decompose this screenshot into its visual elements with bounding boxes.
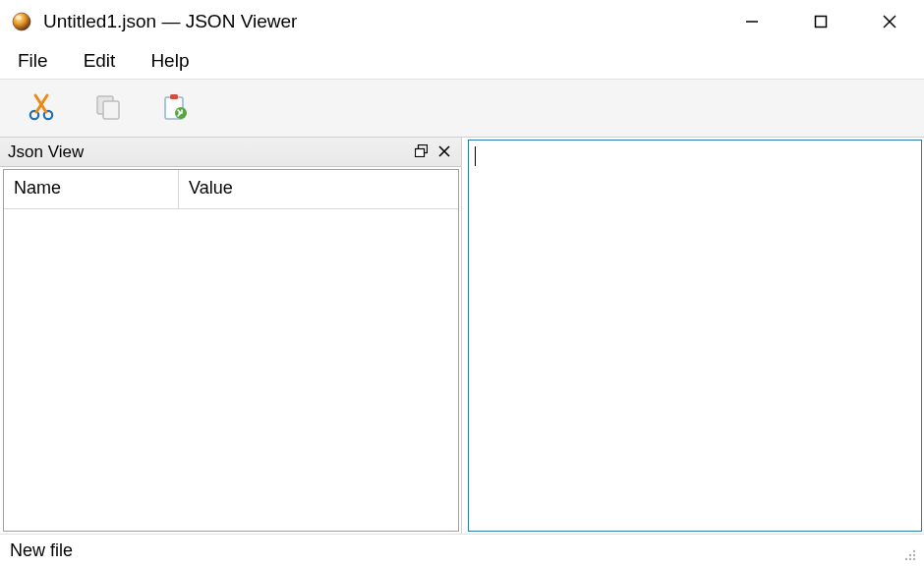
svg-point-21 [913,554,915,556]
statusbar: New file [0,534,924,567]
tree-table[interactable]: Name Value [3,169,459,532]
copy-button[interactable] [88,88,128,128]
paste-button[interactable] [155,88,195,128]
svg-rect-3 [816,17,827,28]
status-text: New file [10,540,900,561]
app-icon [10,10,33,33]
titlebar: Untitled1.json — JSON Viewer [0,0,924,43]
cut-icon [26,91,57,126]
svg-point-22 [905,558,907,560]
toolbar [0,79,924,138]
column-name[interactable]: Name [4,170,179,208]
minimize-button[interactable] [718,0,786,43]
svg-rect-16 [415,148,424,156]
panel-title: Json View [8,142,408,162]
float-icon [415,144,428,160]
text-cursor [475,146,476,166]
svg-rect-13 [170,94,178,99]
menu-file[interactable]: File [12,48,54,74]
svg-point-0 [13,13,30,30]
window-title: Untitled1.json — JSON Viewer [43,11,718,32]
menu-help[interactable]: Help [144,48,195,74]
svg-point-24 [913,558,915,560]
paste-icon [159,91,191,126]
close-button[interactable] [855,0,924,43]
svg-point-19 [913,550,915,552]
menu-edit[interactable]: Edit [78,48,122,74]
copy-icon [92,91,124,126]
editor-panel [468,140,922,532]
tree-header: Name Value [4,170,458,209]
window-controls [718,0,924,43]
menubar: File Edit Help [0,43,924,79]
resize-grip[interactable] [900,545,920,565]
text-editor[interactable] [468,140,922,532]
tree-body[interactable] [4,209,458,531]
column-value[interactable]: Value [179,170,458,208]
svg-point-20 [909,554,911,556]
panel-float-button[interactable] [410,142,432,163]
cut-button[interactable] [22,88,61,128]
svg-rect-11 [103,101,119,119]
maximize-button[interactable] [786,0,855,43]
panel-close-button[interactable] [433,142,455,163]
svg-point-1 [16,16,22,20]
panel-header: Json View [0,138,461,167]
json-view-panel: Json View Name Value [0,138,462,534]
svg-point-23 [909,558,911,560]
content-area: Json View Name Value [0,138,924,534]
close-icon [438,144,450,160]
